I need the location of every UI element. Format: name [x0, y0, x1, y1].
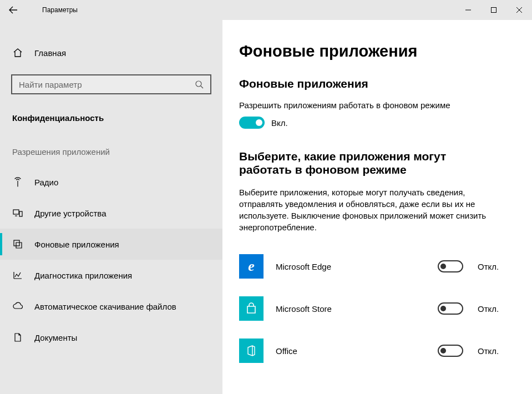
back-arrow-icon [9, 6, 18, 14]
store-icon [239, 296, 264, 321]
main-pane: Фоновые приложения Фоновые приложения Ра… [222, 20, 532, 394]
nav-item-label: Документы [34, 333, 77, 342]
app-name-label: Microsoft Store [276, 304, 438, 314]
close-icon [516, 7, 522, 13]
minimize-icon [465, 7, 471, 13]
shopping-bag-icon [245, 302, 258, 315]
nav-item-label: Фоновые приложения [34, 240, 119, 249]
titlebar: Параметры [0, 0, 532, 20]
master-section-title: Фоновые приложения [239, 77, 515, 90]
office-logo-icon [245, 344, 258, 357]
nav-item-label: Радио [34, 178, 58, 187]
app-row-edge: e Microsoft Edge Откл. [239, 245, 515, 287]
nav-item-radio[interactable]: Радио [0, 166, 222, 198]
minimize-button[interactable] [455, 0, 481, 20]
svg-rect-4 [14, 240, 19, 246]
sidebar-group-label: Разрешения приложений [0, 123, 222, 166]
nav-item-app-diagnostics[interactable]: Диагностика приложения [0, 260, 222, 291]
window-controls [455, 0, 532, 20]
back-button[interactable] [0, 0, 27, 20]
choose-section-title: Выберите, какие приложения могут работат… [239, 150, 494, 176]
radio-icon [12, 177, 23, 187]
page-title: Фоновые приложения [239, 42, 515, 60]
app-toggle-office[interactable] [438, 345, 463, 357]
choose-description: Выберите приложения, которые могут получ… [239, 186, 511, 233]
app-toggle-store[interactable] [438, 302, 463, 315]
nav-item-documents[interactable]: Документы [0, 322, 222, 353]
search-wrap [0, 64, 222, 94]
sidebar-category: Конфиденциальность [0, 94, 222, 123]
app-row-store: Microsoft Store Откл. [239, 287, 515, 330]
app-toggle-state: Откл. [478, 304, 499, 314]
nav-item-label: Автоматическое скачивание файлов [34, 302, 176, 311]
nav-list: Радио Другие устройства Фоновые приложен… [0, 166, 222, 353]
nav-item-label: Диагностика приложения [34, 271, 132, 280]
svg-rect-0 [492, 8, 496, 13]
maximize-button[interactable] [481, 0, 506, 20]
search-box[interactable] [11, 74, 211, 94]
app-toggle-edge[interactable] [438, 260, 463, 272]
app-toggle-state: Откл. [478, 346, 499, 356]
nav-home[interactable]: Главная [0, 41, 222, 64]
background-apps-icon [12, 239, 23, 249]
svg-rect-2 [13, 210, 19, 214]
app-name-label: Office [276, 346, 438, 356]
office-icon [239, 339, 264, 363]
maximize-icon [491, 7, 496, 13]
app-name-label: Microsoft Edge [276, 262, 438, 271]
app-toggle-state: Откл. [478, 262, 499, 271]
master-toggle-row: Вкл. [239, 117, 515, 129]
master-toggle[interactable] [239, 117, 265, 129]
search-icon [188, 80, 210, 89]
devices-icon [12, 208, 23, 218]
nav-item-other-devices[interactable]: Другие устройства [0, 198, 222, 229]
nav-item-auto-file-downloads[interactable]: Автоматическое скачивание файлов [0, 291, 222, 322]
cloud-download-icon [12, 301, 23, 311]
app-row-office: Office Откл. [239, 330, 515, 372]
nav-home-label: Главная [34, 48, 66, 58]
master-toggle-state: Вкл. [271, 118, 288, 128]
edge-icon: e [239, 254, 264, 279]
home-icon [12, 48, 23, 58]
nav-item-background-apps[interactable]: Фоновые приложения [0, 229, 222, 260]
search-input[interactable] [12, 75, 188, 93]
close-button[interactable] [506, 0, 532, 20]
svg-point-1 [196, 81, 201, 87]
sidebar: Главная Конфиденциальность Разрешения пр… [0, 20, 222, 394]
app-list: e Microsoft Edge Откл. Microsoft Store О… [239, 245, 515, 372]
svg-rect-3 [19, 211, 22, 216]
diagnostics-icon [12, 270, 23, 280]
window-title: Параметры [42, 6, 78, 14]
content: Главная Конфиденциальность Разрешения пр… [0, 20, 532, 394]
document-icon [12, 332, 23, 342]
nav-item-label: Другие устройства [34, 209, 106, 218]
master-toggle-label: Разрешить приложениям работать в фоновом… [239, 100, 515, 110]
